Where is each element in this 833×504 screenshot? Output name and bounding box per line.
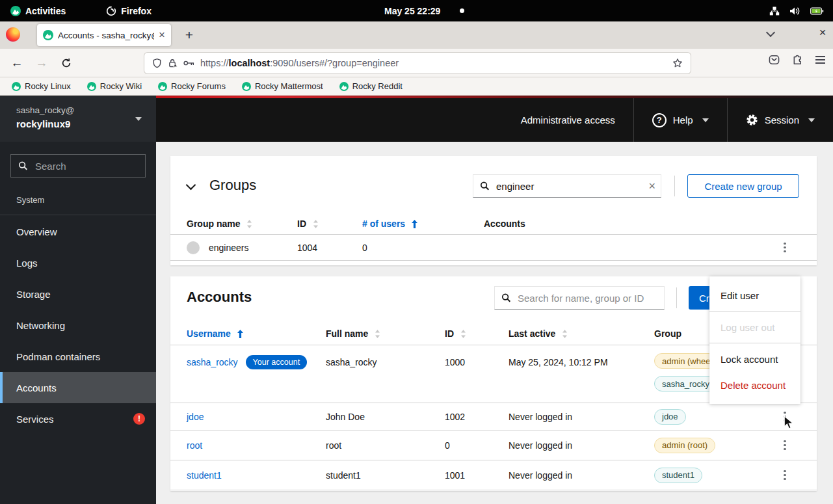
sidebar-item-services[interactable]: Services bbox=[0, 403, 156, 434]
id-cell: 1002 bbox=[445, 412, 509, 422]
menu-divider bbox=[709, 311, 800, 312]
column-num-users[interactable]: # of users bbox=[362, 219, 484, 229]
sidebar-item-overview[interactable]: Overview bbox=[0, 216, 156, 247]
bookmark-rocky-forums[interactable]: Rocky Forums bbox=[158, 81, 226, 91]
firefox-toolbar: ← → https://localhost:9090/users#/?group… bbox=[0, 49, 833, 77]
firefox-menu-button[interactable]: Firefox bbox=[106, 6, 152, 16]
username-link[interactable]: sasha_rocky bbox=[187, 357, 238, 367]
forward-button[interactable]: → bbox=[33, 54, 51, 72]
account-row-student1: student1 student1 1001 Never logged in s… bbox=[170, 460, 817, 490]
tab-favicon-rocky-icon bbox=[43, 30, 53, 40]
site-security-lock-icon[interactable] bbox=[168, 58, 178, 68]
menu-item-delete-account[interactable]: Delete account bbox=[709, 372, 800, 398]
sidebar-section-system: System bbox=[0, 195, 156, 205]
activities-label: Activities bbox=[25, 6, 66, 16]
sidebar-item-accounts[interactable]: Accounts bbox=[0, 372, 156, 403]
account-kebab-menu-icon[interactable] bbox=[776, 436, 794, 455]
help-question-icon bbox=[652, 113, 667, 127]
notification-dot bbox=[460, 8, 464, 13]
create-new-group-button[interactable]: Create new group bbox=[687, 174, 799, 198]
tracking-shield-icon[interactable] bbox=[152, 58, 162, 68]
account-row-jdoe: jdoe John Doe 1002 Never logged in jdoe bbox=[170, 403, 817, 431]
column-last-active[interactable]: Last active bbox=[509, 328, 654, 339]
username-link[interactable]: root bbox=[187, 440, 326, 451]
accounts-title: Accounts bbox=[187, 289, 252, 306]
window-close-button[interactable] bbox=[814, 24, 831, 41]
gnome-top-bar: Activities Firefox May 25 22:29 bbox=[0, 0, 833, 21]
full-name-cell: student1 bbox=[326, 470, 445, 481]
groups-collapse-chevron-icon[interactable] bbox=[186, 180, 196, 191]
column-id[interactable]: ID bbox=[297, 219, 362, 229]
search-icon bbox=[480, 181, 490, 191]
last-active-cell: May 25, 2024, 10:12 PM bbox=[509, 345, 654, 367]
pocket-icon[interactable] bbox=[769, 54, 780, 66]
bookmark-star-icon[interactable] bbox=[672, 58, 683, 68]
bookmark-rocky-linux[interactable]: Rocky Linux bbox=[12, 81, 71, 91]
url-bar[interactable]: https://localhost:9090/users#/?group=eng… bbox=[144, 53, 691, 73]
admin-access-button[interactable]: Administrative access bbox=[503, 98, 633, 142]
toolbar-right-icons bbox=[769, 54, 825, 66]
battery-icon bbox=[810, 7, 824, 15]
column-id[interactable]: ID bbox=[445, 328, 509, 339]
rocky-favicon-icon bbox=[87, 82, 96, 91]
help-menu-button[interactable]: Help bbox=[633, 98, 727, 142]
menu-divider bbox=[709, 343, 800, 343]
rocky-favicon-icon bbox=[339, 82, 349, 91]
host-switcher[interactable]: sasha_rocky@ rockylinux9 bbox=[0, 96, 156, 142]
groups-table-header: Group name ID # of users Accounts bbox=[170, 213, 817, 235]
tab-close-icon[interactable] bbox=[159, 29, 165, 41]
menu-item-lock-account[interactable]: Lock account bbox=[709, 346, 800, 372]
clock[interactable]: May 25 22:29 bbox=[384, 0, 440, 21]
sidebar-item-podman-containers[interactable]: Podman containers bbox=[0, 341, 156, 372]
toolbar-divider bbox=[676, 287, 677, 308]
reload-button[interactable] bbox=[57, 54, 75, 72]
sort-icon bbox=[313, 220, 319, 228]
bookmark-rocky-wiki[interactable]: Rocky Wiki bbox=[87, 81, 142, 91]
groups-search-input[interactable] bbox=[495, 180, 643, 192]
sort-icon bbox=[375, 330, 380, 338]
group-chip-admin-wheel: admin (whee bbox=[654, 353, 718, 369]
account-row-root: root root 0 Never logged in admin (root) bbox=[170, 431, 817, 460]
sidebar-item-networking[interactable]: Networking bbox=[0, 310, 156, 341]
sort-up-icon bbox=[412, 220, 417, 228]
sidebar-item-storage[interactable]: Storage bbox=[0, 278, 156, 310]
bookmark-rocky-reddit[interactable]: Rocky Reddit bbox=[339, 81, 403, 91]
clear-search-icon[interactable] bbox=[648, 179, 655, 193]
accounts-search-input[interactable] bbox=[516, 292, 659, 304]
sidebar-item-logs[interactable]: Logs bbox=[0, 247, 156, 278]
group-kebab-menu-icon[interactable] bbox=[776, 238, 794, 258]
volume-icon bbox=[789, 7, 800, 16]
page-content: Groups Create new group Group name ID # … bbox=[156, 142, 833, 504]
id-cell: 0 bbox=[445, 440, 509, 451]
username-link[interactable]: student1 bbox=[187, 470, 326, 481]
back-button[interactable]: ← bbox=[8, 54, 26, 72]
list-tabs-chevron-icon[interactable] bbox=[766, 28, 775, 37]
sidebar-items: Overview Logs Storage Networking Podman … bbox=[0, 216, 156, 434]
menu-item-edit-user[interactable]: Edit user bbox=[709, 282, 800, 308]
your-account-badge: Your account bbox=[246, 355, 308, 369]
username-link[interactable]: jdoe bbox=[187, 412, 326, 422]
search-icon bbox=[501, 293, 511, 303]
account-actions-menu: Edit user Log user out Lock account Dele… bbox=[709, 276, 800, 404]
app-menu-hamburger-icon[interactable] bbox=[815, 56, 825, 64]
bookmark-rocky-mattermost[interactable]: Rocky Mattermost bbox=[242, 81, 323, 91]
mouse-cursor bbox=[783, 416, 795, 430]
account-kebab-menu-icon[interactable] bbox=[776, 466, 794, 485]
sidebar-search-input[interactable] bbox=[10, 154, 146, 178]
key-icon[interactable] bbox=[183, 60, 194, 66]
group-row-engineers: engineers 1004 0 bbox=[170, 235, 817, 261]
full-name-cell: root bbox=[326, 440, 445, 451]
extensions-puzzle-icon[interactable] bbox=[792, 54, 803, 66]
tab-title: Accounts - sasha_rocky@ bbox=[58, 31, 154, 40]
column-group-name[interactable]: Group name bbox=[187, 219, 297, 229]
new-tab-button[interactable] bbox=[180, 26, 198, 44]
system-status-area[interactable] bbox=[769, 7, 824, 16]
activities-button[interactable]: Activities bbox=[10, 6, 66, 16]
help-caret-icon bbox=[702, 118, 709, 122]
column-username[interactable]: Username bbox=[187, 328, 326, 339]
reload-icon bbox=[61, 58, 72, 68]
session-menu-button[interactable]: Session bbox=[727, 98, 833, 142]
groups-title: Groups bbox=[209, 177, 256, 194]
browser-tab[interactable]: Accounts - sasha_rocky@ bbox=[37, 24, 171, 46]
column-full-name[interactable]: Full name bbox=[326, 328, 445, 339]
